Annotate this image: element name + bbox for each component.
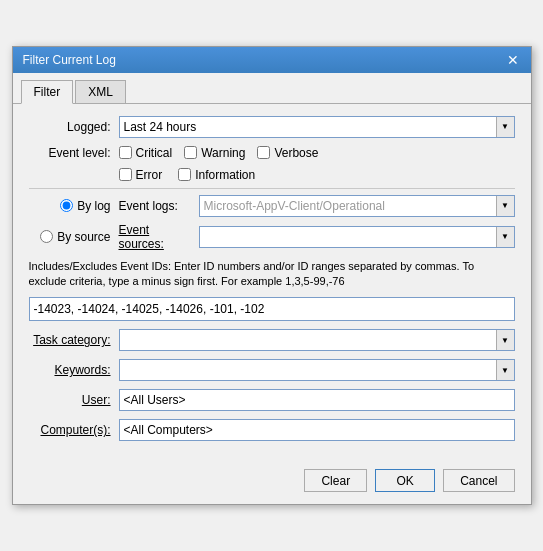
keywords-dropdown[interactable]: ▼ — [119, 359, 515, 381]
event-sources-dropdown[interactable]: ▼ — [199, 226, 515, 248]
ok-button[interactable]: OK — [375, 469, 435, 492]
bysource-row: By source Event sources: ▼ — [29, 223, 515, 251]
bysource-label: By source — [57, 230, 110, 244]
radio-bysource[interactable]: By source — [40, 230, 110, 244]
checkbox-row2: Error Information — [29, 168, 515, 182]
critical-label: Critical — [136, 146, 173, 160]
event-level-label: Event level: — [29, 146, 119, 160]
logged-arrow[interactable]: ▼ — [496, 117, 514, 137]
user-label: User: — [29, 393, 119, 407]
dialog-title: Filter Current Log — [23, 53, 116, 67]
logged-row: Logged: Last 24 hours ▼ — [29, 116, 515, 138]
task-category-row: Task category: ▼ — [29, 329, 515, 351]
tab-bar: Filter XML — [13, 73, 531, 104]
keywords-row: Keywords: ▼ — [29, 359, 515, 381]
verbose-label: Verbose — [274, 146, 318, 160]
event-logs-dropdown[interactable]: Microsoft-AppV-Client/Operational ▼ — [199, 195, 515, 217]
close-button[interactable]: ✕ — [505, 53, 521, 67]
event-logs-label: Event logs: — [119, 199, 199, 213]
content-area: Logged: Last 24 hours ▼ Event level: Cri… — [13, 104, 531, 462]
task-category-label: Task category: — [29, 333, 119, 347]
user-row: User: — [29, 389, 515, 411]
event-logs-value: Microsoft-AppV-Client/Operational — [200, 199, 496, 213]
keywords-label: Keywords: — [29, 363, 119, 377]
checkbox-information[interactable]: Information — [178, 168, 255, 182]
logged-dropdown[interactable]: Last 24 hours ▼ — [119, 116, 515, 138]
checkbox-error[interactable]: Error — [119, 168, 163, 182]
computer-input[interactable] — [119, 419, 515, 441]
user-input[interactable] — [119, 389, 515, 411]
description-text: Includes/Excludes Event IDs: Enter ID nu… — [29, 259, 515, 290]
warning-label: Warning — [201, 146, 245, 160]
divider — [29, 188, 515, 189]
bylog-row: By log Event logs: Microsoft-AppV-Client… — [29, 195, 515, 217]
checkbox-warning[interactable]: Warning — [184, 146, 245, 160]
clear-button[interactable]: Clear — [304, 469, 367, 492]
event-ids-wrapper — [29, 297, 515, 321]
event-sources-arrow[interactable]: ▼ — [496, 227, 514, 247]
radio-bylog[interactable]: By log — [60, 199, 110, 213]
logged-label: Logged: — [29, 120, 119, 134]
footer: Clear OK Cancel — [13, 461, 531, 504]
error-label: Error — [136, 168, 163, 182]
tab-xml[interactable]: XML — [75, 80, 126, 104]
event-level-row: Event level: Critical Warning Verbose — [29, 146, 515, 160]
keywords-arrow[interactable]: ▼ — [496, 360, 514, 380]
task-category-dropdown[interactable]: ▼ — [119, 329, 515, 351]
checkbox-verbose[interactable]: Verbose — [257, 146, 318, 160]
cancel-button[interactable]: Cancel — [443, 469, 514, 492]
event-logs-arrow[interactable]: ▼ — [496, 196, 514, 216]
task-category-arrow[interactable]: ▼ — [496, 330, 514, 350]
bylog-label: By log — [77, 199, 110, 213]
checkbox-critical[interactable]: Critical — [119, 146, 173, 160]
computer-label: Computer(s): — [29, 423, 119, 437]
title-bar: Filter Current Log ✕ — [13, 47, 531, 73]
computer-row: Computer(s): — [29, 419, 515, 441]
logged-value: Last 24 hours — [120, 120, 496, 134]
information-label: Information — [195, 168, 255, 182]
dialog: Filter Current Log ✕ Filter XML Logged: … — [12, 46, 532, 506]
event-sources-label: Event sources: — [119, 223, 199, 251]
tab-filter[interactable]: Filter — [21, 80, 74, 104]
event-ids-input[interactable] — [29, 297, 515, 321]
